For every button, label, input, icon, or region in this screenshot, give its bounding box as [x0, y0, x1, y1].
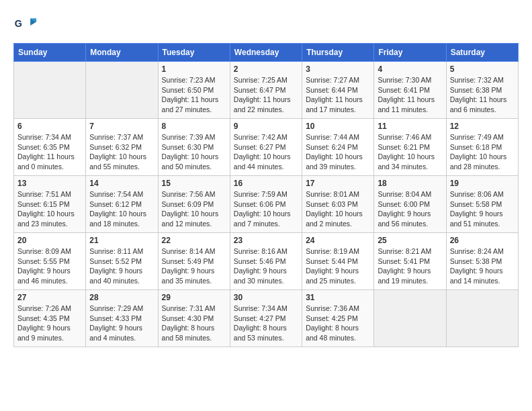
- calendar-table: SundayMondayTuesdayWednesdayThursdayFrid…: [13, 43, 519, 347]
- day-number: 31: [306, 293, 370, 302]
- week-row-1: 1Sunrise: 7:23 AM Sunset: 6:50 PM Daylig…: [14, 62, 519, 119]
- day-number: 4: [378, 64, 442, 74]
- day-info: Sunrise: 8:14 AM Sunset: 5:49 PM Dayligh…: [162, 246, 226, 286]
- day-number: 28: [89, 293, 154, 302]
- logo: G: [13, 13, 40, 38]
- day-info: Sunrise: 7:36 AM Sunset: 4:25 PM Dayligh…: [306, 304, 370, 343]
- day-number: 27: [17, 293, 82, 302]
- day-number: 1: [162, 64, 226, 74]
- day-cell: 7Sunrise: 7:37 AM Sunset: 6:32 PM Daylig…: [86, 119, 158, 176]
- day-cell: 8Sunrise: 7:39 AM Sunset: 6:30 PM Daylig…: [158, 119, 230, 176]
- day-cell: 15Sunrise: 7:56 AM Sunset: 6:09 PM Dayli…: [158, 176, 230, 233]
- header-cell-saturday: Saturday: [446, 44, 518, 62]
- day-number: 13: [17, 179, 82, 188]
- day-info: Sunrise: 7:46 AM Sunset: 6:21 PM Dayligh…: [378, 132, 442, 172]
- day-cell: [374, 290, 446, 347]
- day-cell: 14Sunrise: 7:54 AM Sunset: 6:12 PM Dayli…: [86, 176, 158, 233]
- day-cell: 5Sunrise: 7:32 AM Sunset: 6:38 PM Daylig…: [446, 62, 518, 119]
- day-number: 6: [17, 122, 82, 131]
- day-info: Sunrise: 8:19 AM Sunset: 5:44 PM Dayligh…: [306, 246, 370, 286]
- day-cell: 30Sunrise: 7:34 AM Sunset: 4:27 PM Dayli…: [230, 290, 302, 347]
- day-number: 7: [89, 122, 154, 131]
- day-cell: 17Sunrise: 8:01 AM Sunset: 6:03 PM Dayli…: [302, 176, 374, 233]
- day-info: Sunrise: 8:06 AM Sunset: 5:58 PM Dayligh…: [450, 189, 515, 229]
- day-info: Sunrise: 7:32 AM Sunset: 6:38 PM Dayligh…: [450, 75, 515, 115]
- day-info: Sunrise: 7:27 AM Sunset: 6:44 PM Dayligh…: [306, 75, 370, 115]
- header-cell-wednesday: Wednesday: [230, 44, 302, 62]
- day-number: 21: [89, 236, 154, 245]
- header-cell-sunday: Sunday: [14, 44, 86, 62]
- day-info: Sunrise: 7:42 AM Sunset: 6:27 PM Dayligh…: [234, 132, 298, 172]
- day-info: Sunrise: 7:56 AM Sunset: 6:09 PM Dayligh…: [162, 189, 226, 229]
- day-cell: 27Sunrise: 7:26 AM Sunset: 4:35 PM Dayli…: [14, 290, 86, 347]
- day-info: Sunrise: 8:04 AM Sunset: 6:00 PM Dayligh…: [378, 189, 442, 229]
- day-info: Sunrise: 7:29 AM Sunset: 4:33 PM Dayligh…: [89, 304, 154, 343]
- day-number: 5: [450, 64, 515, 74]
- week-row-5: 27Sunrise: 7:26 AM Sunset: 4:35 PM Dayli…: [14, 290, 519, 347]
- day-info: Sunrise: 7:26 AM Sunset: 4:35 PM Dayligh…: [17, 304, 82, 343]
- day-info: Sunrise: 8:24 AM Sunset: 5:38 PM Dayligh…: [450, 246, 515, 286]
- day-number: 20: [17, 236, 82, 245]
- day-cell: 23Sunrise: 8:16 AM Sunset: 5:46 PM Dayli…: [230, 233, 302, 290]
- day-info: Sunrise: 7:37 AM Sunset: 6:32 PM Dayligh…: [89, 132, 154, 172]
- day-info: Sunrise: 8:16 AM Sunset: 5:46 PM Dayligh…: [234, 246, 298, 286]
- day-number: 24: [306, 236, 370, 245]
- header-cell-thursday: Thursday: [302, 44, 374, 62]
- day-cell: 19Sunrise: 8:06 AM Sunset: 5:58 PM Dayli…: [446, 176, 518, 233]
- logo-icon: G: [13, 13, 38, 38]
- day-info: Sunrise: 7:23 AM Sunset: 6:50 PM Dayligh…: [162, 75, 226, 115]
- day-cell: [446, 290, 518, 347]
- day-number: 2: [234, 64, 298, 74]
- day-info: Sunrise: 8:09 AM Sunset: 5:55 PM Dayligh…: [17, 246, 82, 286]
- day-cell: 13Sunrise: 7:51 AM Sunset: 6:15 PM Dayli…: [14, 176, 86, 233]
- day-info: Sunrise: 7:30 AM Sunset: 6:41 PM Dayligh…: [378, 75, 442, 115]
- day-info: Sunrise: 7:34 AM Sunset: 4:27 PM Dayligh…: [234, 304, 298, 343]
- week-row-2: 6Sunrise: 7:34 AM Sunset: 6:35 PM Daylig…: [14, 119, 519, 176]
- week-row-3: 13Sunrise: 7:51 AM Sunset: 6:15 PM Dayli…: [14, 176, 519, 233]
- day-number: 3: [306, 64, 370, 74]
- day-number: 15: [162, 179, 226, 188]
- day-number: 22: [162, 236, 226, 245]
- day-cell: 4Sunrise: 7:30 AM Sunset: 6:41 PM Daylig…: [374, 62, 446, 119]
- day-info: Sunrise: 7:34 AM Sunset: 6:35 PM Dayligh…: [17, 132, 82, 172]
- day-cell: 22Sunrise: 8:14 AM Sunset: 5:49 PM Dayli…: [158, 233, 230, 290]
- day-number: 30: [234, 293, 298, 302]
- header-cell-tuesday: Tuesday: [158, 44, 230, 62]
- day-cell: 2Sunrise: 7:25 AM Sunset: 6:47 PM Daylig…: [230, 62, 302, 119]
- day-cell: 24Sunrise: 8:19 AM Sunset: 5:44 PM Dayli…: [302, 233, 374, 290]
- day-cell: [86, 62, 158, 119]
- day-info: Sunrise: 8:21 AM Sunset: 5:41 PM Dayligh…: [378, 246, 442, 286]
- day-number: 16: [234, 179, 298, 188]
- day-info: Sunrise: 8:01 AM Sunset: 6:03 PM Dayligh…: [306, 189, 370, 229]
- day-info: Sunrise: 7:31 AM Sunset: 4:30 PM Dayligh…: [162, 304, 226, 343]
- day-number: 8: [162, 122, 226, 131]
- day-number: 25: [378, 236, 442, 245]
- day-cell: 3Sunrise: 7:27 AM Sunset: 6:44 PM Daylig…: [302, 62, 374, 119]
- day-cell: 29Sunrise: 7:31 AM Sunset: 4:30 PM Dayli…: [158, 290, 230, 347]
- day-cell: 9Sunrise: 7:42 AM Sunset: 6:27 PM Daylig…: [230, 119, 302, 176]
- svg-text:G: G: [15, 18, 22, 29]
- day-info: Sunrise: 8:11 AM Sunset: 5:52 PM Dayligh…: [89, 246, 154, 286]
- day-cell: 26Sunrise: 8:24 AM Sunset: 5:38 PM Dayli…: [446, 233, 518, 290]
- day-cell: 21Sunrise: 8:11 AM Sunset: 5:52 PM Dayli…: [86, 233, 158, 290]
- day-info: Sunrise: 7:49 AM Sunset: 6:18 PM Dayligh…: [450, 132, 515, 172]
- week-row-4: 20Sunrise: 8:09 AM Sunset: 5:55 PM Dayli…: [14, 233, 519, 290]
- header-cell-friday: Friday: [374, 44, 446, 62]
- day-info: Sunrise: 7:59 AM Sunset: 6:06 PM Dayligh…: [234, 189, 298, 229]
- day-number: 19: [450, 179, 515, 188]
- day-cell: 11Sunrise: 7:46 AM Sunset: 6:21 PM Dayli…: [374, 119, 446, 176]
- day-cell: [14, 62, 86, 119]
- day-cell: 28Sunrise: 7:29 AM Sunset: 4:33 PM Dayli…: [86, 290, 158, 347]
- day-number: 26: [450, 236, 515, 245]
- page-header: G: [13, 13, 519, 38]
- day-cell: 10Sunrise: 7:44 AM Sunset: 6:24 PM Dayli…: [302, 119, 374, 176]
- day-info: Sunrise: 7:39 AM Sunset: 6:30 PM Dayligh…: [162, 132, 226, 172]
- day-number: 12: [450, 122, 515, 131]
- day-cell: 20Sunrise: 8:09 AM Sunset: 5:55 PM Dayli…: [14, 233, 86, 290]
- day-cell: 25Sunrise: 8:21 AM Sunset: 5:41 PM Dayli…: [374, 233, 446, 290]
- header-row: SundayMondayTuesdayWednesdayThursdayFrid…: [14, 44, 519, 62]
- day-number: 14: [89, 179, 154, 188]
- day-number: 23: [234, 236, 298, 245]
- day-info: Sunrise: 7:51 AM Sunset: 6:15 PM Dayligh…: [17, 189, 82, 229]
- day-number: 29: [162, 293, 226, 302]
